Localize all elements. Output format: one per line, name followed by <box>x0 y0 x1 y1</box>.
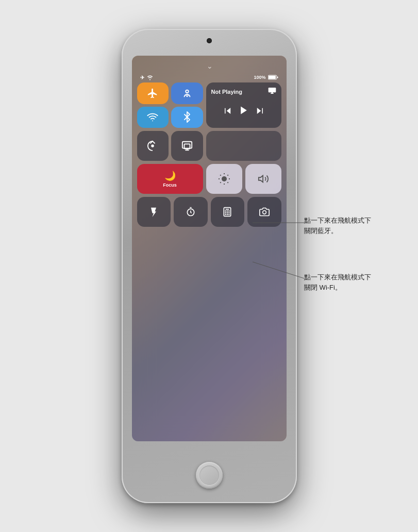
svg-point-15 <box>222 176 227 181</box>
camera-dot <box>207 38 212 43</box>
fast-forward-button[interactable] <box>255 106 264 117</box>
battery-status-icon <box>268 75 278 80</box>
connectivity-block <box>137 82 203 128</box>
moon-icon: 🌙 <box>164 170 176 181</box>
brightness-button[interactable] <box>206 164 242 194</box>
svg-line-22 <box>220 182 221 182</box>
airdrop-button[interactable] <box>171 82 203 104</box>
row-connectivity-nowplaying: Not Playing <box>137 82 281 128</box>
ipod-device: ⌄ ✈ 100% <box>122 29 297 503</box>
now-playing-widget[interactable]: Not Playing <box>206 82 281 128</box>
flashlight-button[interactable] <box>137 197 171 227</box>
status-left: ✈ <box>140 74 154 80</box>
control-grid: Not Playing <box>137 82 281 436</box>
calculator-button[interactable] <box>211 197 245 227</box>
airplay-icon[interactable] <box>268 87 276 96</box>
airplane-mode-icon: ✈ <box>140 75 144 80</box>
row-screen-mirroring <box>137 131 281 161</box>
timer-button[interactable] <box>174 197 208 227</box>
svg-point-38 <box>262 211 266 214</box>
svg-marker-8 <box>257 108 261 114</box>
svg-rect-2 <box>277 77 278 78</box>
focus-label: Focus <box>163 182 177 188</box>
home-button-inner <box>199 466 219 485</box>
device-screen: ⌄ ✈ 100% <box>132 56 287 441</box>
wifi-button[interactable] <box>137 107 169 128</box>
chevron-indicator: ⌄ <box>137 62 281 70</box>
home-button[interactable] <box>196 462 223 489</box>
airplane-icon <box>147 88 158 99</box>
wifi-status-icon <box>146 74 154 80</box>
svg-point-10 <box>152 144 155 147</box>
status-right: 100% <box>254 75 278 80</box>
control-center-panel: ⌄ ✈ 100% <box>132 56 287 441</box>
airplane-mode-button[interactable] <box>137 82 169 104</box>
status-bar: ✈ 100% <box>137 73 281 82</box>
playback-controls <box>211 98 276 125</box>
svg-point-3 <box>186 90 189 93</box>
wifi-icon <box>147 111 158 123</box>
row-focus-brightness-volume: 🌙 Focus <box>137 164 281 194</box>
battery-percent-label: 100% <box>254 75 265 80</box>
svg-marker-5 <box>226 108 230 114</box>
airdrop-icon <box>181 88 193 99</box>
svg-line-23 <box>227 175 228 175</box>
screen-rotation-button[interactable] <box>137 131 169 161</box>
volume-button[interactable] <box>245 164 281 194</box>
rewind-button[interactable] <box>223 106 232 117</box>
bluetooth-icon <box>181 111 193 123</box>
empty-slot <box>206 131 281 161</box>
now-playing-header: Not Playing <box>211 87 276 96</box>
play-button[interactable] <box>239 105 249 118</box>
svg-rect-1 <box>269 76 276 79</box>
camera-button[interactable] <box>247 197 281 227</box>
wifi-annotation: 點一下來在飛航模式下 關閉 Wi-Fi。 <box>304 272 371 293</box>
row-utilities <box>137 197 281 227</box>
svg-marker-24 <box>258 176 262 182</box>
screen-rotation-block <box>137 131 203 161</box>
svg-line-18 <box>220 175 221 175</box>
bluetooth-annotation: 點一下來在飛航模式下 關閉藍牙。 <box>304 215 371 236</box>
svg-line-19 <box>227 182 228 182</box>
bluetooth-button[interactable] <box>171 107 203 128</box>
screen-mirroring-button[interactable] <box>171 131 203 161</box>
now-playing-title: Not Playing <box>211 89 243 95</box>
focus-button[interactable]: 🌙 Focus <box>137 164 203 194</box>
svg-marker-7 <box>241 107 247 114</box>
